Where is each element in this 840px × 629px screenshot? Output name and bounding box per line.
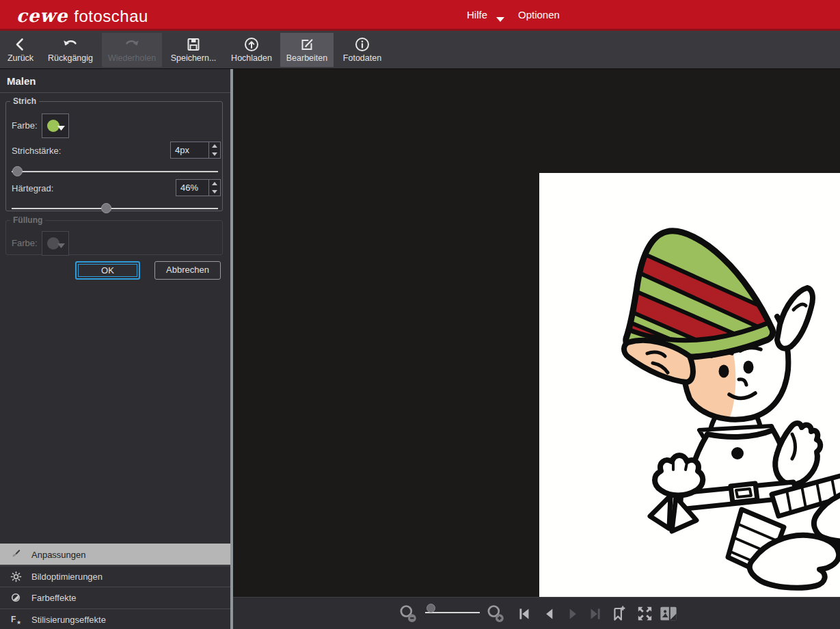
redo-icon	[123, 36, 141, 53]
edit-button[interactable]: Bearbeiten	[280, 33, 334, 67]
stroke-color-label: Farbe:	[12, 120, 38, 131]
elf-drawing	[608, 222, 840, 605]
edit-label: Bearbeiten	[286, 53, 327, 63]
stroke-width-spinner[interactable]: 4px	[170, 142, 221, 159]
ok-button[interactable]: OK	[75, 261, 140, 280]
photo-data-button[interactable]: Fotodaten	[336, 33, 388, 67]
hardness-value[interactable]: 46%	[176, 180, 208, 196]
color-swatch-icon	[44, 116, 67, 135]
sun-icon	[10, 571, 22, 583]
fill-group-label: Füllung	[10, 215, 45, 225]
back-label: Zurück	[8, 53, 33, 63]
fullscreen-button[interactable]	[635, 604, 655, 624]
title-bar: cewe fotoschau Hilfe Optionen	[0, 0, 840, 31]
color-wheel-icon	[10, 592, 22, 603]
last-image-button[interactable]	[586, 605, 604, 623]
back-button[interactable]: Zurück	[1, 33, 40, 67]
spin-up-icon[interactable]	[209, 142, 220, 150]
svg-text:★: ★	[16, 619, 21, 625]
bookmark-plus-icon	[609, 604, 627, 623]
stroke-color-picker[interactable]	[42, 113, 69, 138]
category-label: Anpassungen	[31, 550, 86, 560]
options-menu[interactable]: Optionen	[518, 9, 560, 21]
stroke-width-slider[interactable]	[12, 166, 218, 177]
category-stylization-effects[interactable]: F★ Stilisierungseffekte	[0, 608, 230, 629]
add-bookmark-button[interactable]	[609, 604, 627, 623]
undo-icon	[62, 36, 79, 53]
color-swatch-icon	[44, 234, 67, 253]
spin-up-icon[interactable]	[209, 180, 220, 188]
slider-track[interactable]	[425, 612, 480, 613]
main-toolbar: Zurück Rückgängig Wiederholen Speichern.…	[0, 31, 840, 69]
first-image-button[interactable]	[516, 605, 534, 623]
save-icon	[185, 36, 202, 53]
undo-label: Rückgängig	[48, 53, 93, 63]
fill-color-label: Farbe:	[12, 238, 38, 248]
spin-down-icon[interactable]	[209, 188, 220, 196]
panel-title: Malen	[7, 75, 36, 87]
hardness-spinner[interactable]: 46%	[176, 179, 221, 196]
slider-track[interactable]	[12, 171, 218, 172]
compare-view-icon	[658, 604, 679, 623]
category-image-optimizations[interactable]: Bildoptimierungen	[0, 565, 230, 587]
category-label: Stilisierungseffekte	[31, 615, 106, 625]
zoom-out-icon	[397, 603, 419, 625]
stroke-group-label: Strich	[10, 96, 39, 106]
previous-image-button[interactable]	[541, 605, 558, 623]
save-button[interactable]: Speichern...	[165, 33, 222, 67]
info-icon	[354, 36, 370, 53]
app-logo: cewe fotoschau	[16, 5, 148, 26]
stroke-group: Strich Farbe: Strichstärke: 4px Härtegra…	[5, 96, 223, 211]
redo-label: Wiederholen	[108, 53, 156, 63]
slider-thumb[interactable]	[12, 166, 23, 176]
stroke-width-value[interactable]: 4px	[171, 142, 208, 158]
compare-view-button[interactable]	[658, 604, 679, 623]
photo-canvas[interactable]	[539, 173, 840, 629]
category-adjustments[interactable]: Anpassungen	[0, 544, 230, 565]
zoom-in-icon	[485, 603, 506, 625]
fill-color-picker	[42, 231, 69, 256]
redo-button[interactable]: Wiederholen	[102, 33, 162, 67]
save-label: Speichern...	[171, 53, 217, 63]
next-icon	[564, 605, 582, 623]
category-label: Farbeffekte	[31, 593, 77, 603]
svg-text:F: F	[11, 615, 16, 624]
cancel-button[interactable]: Abbrechen	[154, 261, 221, 280]
brush-adjust-icon	[10, 549, 22, 560]
panel-title-separator	[0, 92, 230, 93]
zoom-slider[interactable]	[425, 607, 480, 618]
stroke-width-label: Strichstärke:	[12, 146, 61, 156]
logo-cewe: cewe	[16, 5, 68, 26]
chevron-down-icon[interactable]	[496, 17, 504, 22]
paint-panel: Malen Strich Farbe: Strichstärke: 4px Hä…	[0, 69, 230, 629]
upload-label: Hochladen	[231, 53, 272, 63]
effects-fx-icon: F★	[10, 614, 22, 625]
help-menu[interactable]: Hilfe	[467, 9, 487, 21]
skip-last-icon	[586, 605, 604, 623]
spin-down-icon[interactable]	[209, 150, 220, 159]
fill-group: Füllung Farbe:	[5, 215, 223, 255]
category-label: Bildoptimierungen	[31, 572, 103, 582]
slider-thumb[interactable]	[426, 604, 435, 613]
zoom-in-button[interactable]	[485, 603, 506, 625]
slider-thumb[interactable]	[101, 203, 111, 213]
canvas-area[interactable]	[233, 69, 840, 597]
slider-track[interactable]	[12, 208, 218, 209]
chevron-left-icon	[12, 36, 29, 53]
upload-icon	[243, 36, 260, 53]
zoom-out-button[interactable]	[397, 603, 419, 625]
next-image-button[interactable]	[564, 605, 582, 623]
upload-button[interactable]: Hochladen	[225, 33, 278, 67]
logo-product: fotoschau	[74, 7, 148, 26]
category-color-effects[interactable]: Farbeffekte	[0, 587, 230, 608]
edit-icon	[299, 36, 315, 53]
photo-data-label: Fotodaten	[343, 53, 381, 63]
fullscreen-icon	[635, 604, 655, 624]
hardness-slider[interactable]	[12, 203, 218, 214]
skip-first-icon	[516, 605, 534, 623]
hardness-label: Härtegrad:	[12, 183, 53, 193]
status-bar	[233, 597, 840, 629]
undo-button[interactable]: Rückgängig	[41, 33, 100, 67]
previous-icon	[541, 605, 558, 623]
